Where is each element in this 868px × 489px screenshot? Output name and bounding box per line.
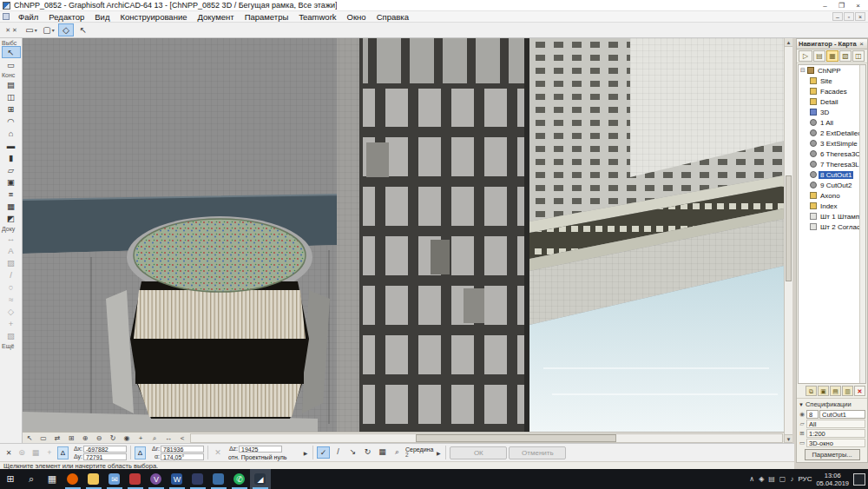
tree-item[interactable]: 7 Theresa3L bbox=[799, 159, 865, 169]
photos[interactable] bbox=[208, 469, 229, 489]
toolbar-close-handles[interactable]: ✕ ✕ bbox=[0, 27, 23, 34]
figure-tool[interactable]: ▧ bbox=[2, 329, 21, 341]
view-map[interactable]: ▦ bbox=[826, 50, 838, 62]
hotspot-tool[interactable]: ◇ bbox=[2, 305, 21, 317]
tree-item[interactable]: 3 ExtSimple bbox=[799, 138, 865, 149]
close-tracker-icon[interactable]: ✕ bbox=[3, 449, 14, 457]
spline-tool[interactable]: ≈ bbox=[2, 293, 21, 305]
tree-item[interactable]: 6 Theresa3C bbox=[799, 149, 865, 159]
navigator-header[interactable]: Навигатор - Карта в... × bbox=[797, 39, 867, 50]
scale-value[interactable]: 1:200 bbox=[806, 429, 865, 438]
menu-item[interactable]: Параметры bbox=[240, 12, 294, 22]
zoom-window[interactable]: ⊞ bbox=[64, 433, 78, 443]
new-folder[interactable]: ▤ bbox=[830, 386, 841, 396]
relative-origin-icon[interactable]: + bbox=[43, 448, 56, 457]
scrollbar-thumb[interactable] bbox=[786, 175, 792, 281]
tree-item[interactable]: 9 CutOut2 bbox=[799, 180, 865, 190]
tree-item[interactable]: Site bbox=[799, 76, 865, 86]
fit-view[interactable]: ↔ bbox=[161, 433, 175, 443]
rotate-grid[interactable]: ↻ bbox=[361, 446, 374, 459]
mail[interactable]: ✉ bbox=[104, 469, 125, 489]
app-tray[interactable]: ▤ bbox=[768, 475, 775, 483]
marquee-rect[interactable]: ▢▾ bbox=[41, 23, 56, 36]
antivirus-tray[interactable]: ◈ bbox=[759, 475, 764, 483]
menu-item[interactable]: Окно bbox=[342, 12, 372, 22]
circle-tool[interactable]: ○ bbox=[2, 281, 21, 293]
view-type-value[interactable]: 3D-окно bbox=[806, 439, 865, 447]
archicad[interactable]: ◢ bbox=[250, 469, 271, 489]
new-viewpoint[interactable]: ⧉ bbox=[806, 386, 817, 396]
display-tray[interactable]: ▢ bbox=[779, 475, 786, 483]
file-explorer[interactable] bbox=[83, 469, 104, 489]
layout-book[interactable]: ▧ bbox=[839, 50, 852, 62]
settings-button[interactable]: Параметры... bbox=[805, 449, 860, 460]
shell-tool[interactable]: ◠ bbox=[2, 115, 21, 127]
select-mode[interactable]: ↖ bbox=[23, 433, 36, 443]
fit-frame[interactable]: ▭ bbox=[36, 433, 50, 443]
tree-item[interactable]: 1 All bbox=[799, 117, 865, 128]
window-tool[interactable]: ⊞ bbox=[2, 102, 21, 115]
select-arrow[interactable]: ↖ bbox=[76, 23, 91, 36]
tree-item[interactable]: Detail bbox=[799, 96, 865, 107]
reference-level[interactable]: отн. Проектный нуль bbox=[226, 453, 300, 460]
find-select[interactable]: ⌕ bbox=[391, 446, 404, 459]
volume-tray[interactable]: ♪ bbox=[790, 475, 793, 483]
viber[interactable]: V bbox=[146, 469, 167, 489]
scroll-down-arrow[interactable]: ▼ bbox=[785, 434, 792, 443]
tree-scrollbar[interactable] bbox=[859, 65, 865, 383]
whatsapp[interactable]: ✆ bbox=[229, 469, 250, 489]
scrollbar-thumb[interactable] bbox=[416, 434, 617, 442]
menu-item[interactable]: Файл bbox=[13, 12, 43, 22]
clock[interactable]: 13:06 05.04.2019 bbox=[816, 472, 849, 487]
3d-model-canvas[interactable] bbox=[23, 38, 784, 432]
firefox[interactable] bbox=[62, 469, 83, 489]
scroll-up-arrow[interactable]: ▲ bbox=[785, 38, 792, 47]
menu-item[interactable]: Teamwork bbox=[293, 12, 341, 22]
close-button[interactable]: × bbox=[851, 1, 865, 10]
office-app[interactable] bbox=[187, 469, 208, 489]
node-tool[interactable]: + bbox=[2, 317, 21, 329]
graphics-app[interactable] bbox=[125, 469, 146, 489]
menu-item[interactable]: Справка bbox=[372, 12, 414, 22]
more-options-arrow[interactable]: ▶ bbox=[302, 450, 309, 456]
marquee-running-frame[interactable]: ▭▾ bbox=[23, 23, 39, 36]
look-around[interactable]: ◉ bbox=[120, 433, 134, 443]
clone-folder[interactable]: ▥ bbox=[842, 386, 853, 396]
fill-tool[interactable]: ▨ bbox=[2, 256, 21, 268]
delta-ra-toggle[interactable]: Δ bbox=[135, 446, 146, 459]
properties-header[interactable]: ▼ Спецификации bbox=[799, 400, 865, 409]
tree-item[interactable]: 8 CutOut1 bbox=[799, 169, 865, 180]
dx-value[interactable]: -697882 bbox=[83, 446, 127, 453]
tree-item[interactable]: 2 ExtDetailed bbox=[799, 128, 865, 138]
zoom-out[interactable]: ⊖ bbox=[92, 433, 106, 443]
menu-item[interactable]: Конструирование bbox=[115, 12, 192, 22]
grid-snap[interactable]: ▦ bbox=[376, 446, 389, 459]
menu-item[interactable]: Редактор bbox=[43, 12, 89, 22]
stair-tool[interactable]: ≡ bbox=[2, 188, 21, 200]
menu-item[interactable]: Документ bbox=[192, 12, 239, 22]
tree-item[interactable]: Facades bbox=[799, 86, 865, 96]
tree-item[interactable]: Index bbox=[799, 201, 865, 211]
view-name-field[interactable]: CutOut1 bbox=[819, 410, 865, 419]
expander-icon[interactable]: ⊟ bbox=[800, 67, 807, 74]
project-chooser[interactable]: ▷ bbox=[799, 50, 812, 62]
restore-button[interactable]: ❐ bbox=[834, 1, 849, 10]
orbit[interactable]: ↻ bbox=[106, 433, 120, 443]
origin-icon[interactable]: ⊚ bbox=[16, 448, 28, 457]
zone-tool[interactable]: ◩ bbox=[2, 212, 21, 224]
marquee-tool[interactable]: ▭ bbox=[2, 58, 21, 70]
dy-value[interactable]: 72791 bbox=[83, 453, 127, 460]
tray-expand[interactable]: ∧ bbox=[749, 475, 754, 483]
action-center-icon[interactable] bbox=[853, 473, 865, 486]
horizontal-scrollbar[interactable] bbox=[190, 433, 783, 443]
collapse-arrow-icon[interactable]: ▼ bbox=[799, 402, 804, 407]
segment[interactable]: / bbox=[332, 446, 345, 459]
dimension-tool[interactable]: ↔ bbox=[2, 232, 21, 244]
delete-item[interactable]: ✕ bbox=[854, 386, 865, 396]
publisher[interactable]: ◫ bbox=[852, 50, 865, 62]
roof-tool[interactable]: ⌂ bbox=[2, 127, 21, 139]
angle-value[interactable]: 174,05° bbox=[161, 453, 204, 460]
menu-item[interactable]: Вид bbox=[89, 12, 115, 22]
guide-lines[interactable]: ✓ bbox=[317, 446, 330, 459]
layer-combination-value[interactable]: All bbox=[806, 420, 865, 428]
